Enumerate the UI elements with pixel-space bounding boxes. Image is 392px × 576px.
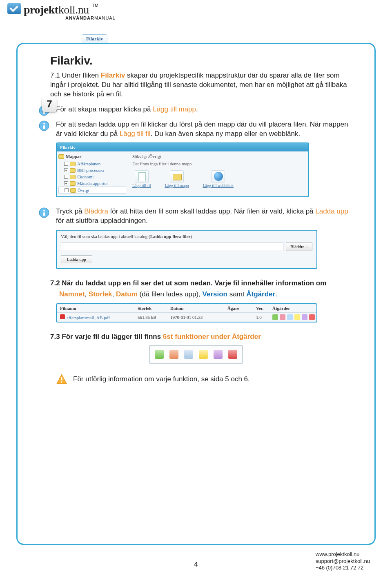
filarkiv-panel: Filarkiv Mappar Affärsplanen +BBI-proces… [56, 142, 309, 197]
action-share-icon[interactable] [169, 350, 178, 359]
file-table-header: Filnamn Storlek Datum Ägare Ver. Åtgärde… [57, 304, 316, 313]
add-file-button[interactable]: Lägg till fil [132, 170, 151, 188]
action-view-icon[interactable] [287, 314, 293, 320]
folder-item[interactable]: +Månadsrapporter [58, 180, 126, 187]
actions-icon-strip [149, 345, 243, 364]
expand-icon: + [64, 168, 68, 172]
file-actions [272, 314, 315, 320]
svg-rect-7 [43, 210, 45, 211]
info-icon [39, 207, 49, 218]
file-path-input[interactable] [61, 242, 283, 251]
section-7-1-paragraph: 7.1 Under fliken Filarkiv skapar du proj… [50, 71, 356, 99]
page-frame: 7 Filarkiv. 7.1 Under fliken Filarkiv sk… [16, 43, 376, 545]
svg-rect-4 [43, 123, 45, 125]
action-info-icon[interactable] [199, 350, 208, 359]
file-table-panel: Filnamn Storlek Datum Ägare Ver. Åtgärde… [56, 303, 317, 322]
folder-icon [70, 181, 76, 186]
folder-item[interactable]: +BBI-processen [58, 167, 126, 173]
action-delete-icon[interactable] [228, 350, 237, 359]
empty-folder-message: Det finns inga filer i denna mapp. [132, 161, 304, 166]
svg-rect-10 [61, 377, 62, 380]
folder-add-icon [170, 170, 184, 182]
section-title: Filarkiv. [50, 53, 356, 69]
collapse-icon [64, 175, 68, 179]
collapse-icon [64, 162, 68, 166]
pdf-icon [60, 314, 65, 319]
section-7-2: 7.2 När du laddat upp en fil ser det ut … [50, 279, 356, 288]
section-7-2-detail: Namnet, Storlek, Datum (då filen lades u… [59, 290, 356, 299]
folder-icon [70, 162, 76, 166]
folder-icon [70, 168, 76, 173]
collapse-icon [65, 188, 69, 192]
info-browse-upload: Tryck på Bläddra för att hitta den fil s… [39, 207, 356, 226]
action-info-icon[interactable] [294, 314, 300, 320]
brand-logo: projektkoll.nu TM [7, 3, 98, 16]
trademark: TM [92, 3, 98, 8]
action-version-icon[interactable] [214, 350, 223, 359]
add-weblink-button[interactable]: Lägg till webblänk [203, 170, 234, 188]
expand-icon: + [64, 181, 68, 185]
add-folder-button[interactable]: Lägg till mapp [165, 170, 189, 188]
upload-button[interactable]: Ladda upp [61, 255, 92, 263]
info-icon [39, 120, 49, 131]
globe-icon [211, 170, 225, 182]
section-7-3: 7.3 För varje fil du lägger till finns 6… [50, 332, 356, 342]
folder-item[interactable]: Ekonomi [58, 173, 126, 180]
folder-item[interactable]: Affärsplanen [58, 160, 126, 167]
folder-icon [70, 175, 76, 179]
warning-icon [56, 374, 67, 385]
filarkiv-panel-title: Filarkiv [57, 143, 308, 151]
info-upload-file: För att sedan ladda upp en fil klickar d… [39, 120, 356, 139]
action-version-icon[interactable] [302, 314, 307, 320]
section-number-badge: 7 [42, 97, 57, 112]
file-add-icon [135, 170, 149, 182]
folder-tree: Mappar Affärsplanen +BBI-processen Ekono… [57, 151, 128, 196]
action-share-icon[interactable] [280, 314, 285, 320]
folder-item-selected[interactable]: Övrigt [58, 187, 126, 194]
manual-subtitle: ANVÄNDARMANUAL [65, 16, 116, 20]
footer-contact: www.projektkoll.nu support@projektkoll.n… [316, 551, 370, 571]
browse-button[interactable]: Bläddra... [286, 242, 312, 251]
svg-rect-8 [43, 212, 45, 216]
svg-rect-5 [43, 125, 45, 129]
action-delete-icon[interactable] [309, 314, 315, 320]
svg-point-11 [61, 381, 62, 383]
folder-icon [58, 154, 64, 159]
action-download-icon[interactable] [272, 314, 278, 320]
tree-header: Mappar [66, 154, 82, 159]
action-view-icon[interactable] [184, 350, 193, 359]
info-create-folder: För att skapa mappar klicka på Lägg till… [39, 105, 356, 116]
logo-checkbox-icon [7, 3, 21, 14]
upload-panel: Välj den fil som ska laddas upp i aktuel… [56, 230, 317, 269]
breadcrumb-path: Sökväg: /Övrigt [132, 154, 304, 159]
warning-note: För utförlig information om varje funkti… [56, 374, 356, 385]
action-download-icon[interactable] [155, 350, 164, 359]
frame-tab-filarkiv: Filarkiv [82, 34, 107, 44]
folder-icon [70, 188, 76, 193]
upload-instructions: Välj den fil som ska laddas upp i aktuel… [61, 234, 312, 239]
brand-name: projektkoll.nu [24, 3, 89, 16]
file-row[interactable]: affarsplansmall_AB.pdf 561.85 kB 1970-01… [57, 313, 316, 322]
